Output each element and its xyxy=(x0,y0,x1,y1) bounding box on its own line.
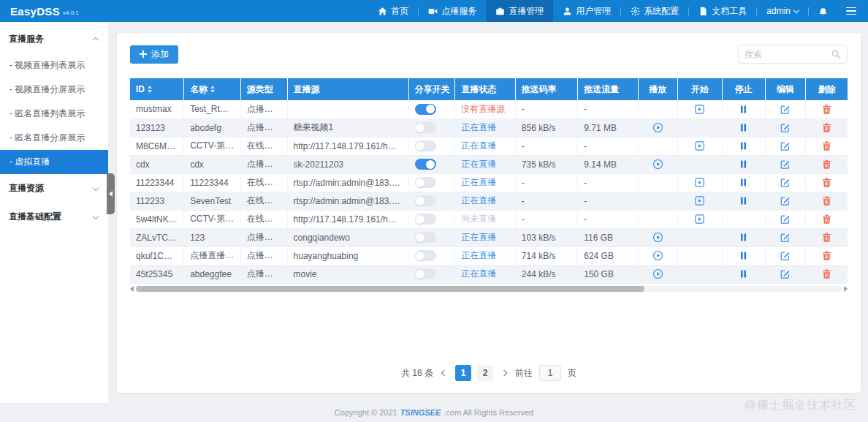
pause-icon[interactable] xyxy=(738,232,749,243)
pause-icon[interactable] xyxy=(738,177,749,188)
sidebar-item[interactable]: - 视频直播分屏展示 xyxy=(0,78,108,102)
trash-icon[interactable] xyxy=(821,177,832,188)
sort-icon[interactable] xyxy=(148,86,152,93)
start-icon[interactable] xyxy=(694,214,705,225)
scroll-left-arrow-icon[interactable] xyxy=(130,286,134,292)
edit-icon[interactable] xyxy=(780,250,791,261)
share-toggle[interactable] xyxy=(415,195,436,206)
pause-icon[interactable] xyxy=(738,268,749,279)
start-icon[interactable] xyxy=(694,177,705,188)
start-icon[interactable] xyxy=(694,140,705,151)
trash-icon[interactable] xyxy=(821,122,832,133)
sidebar-item[interactable]: - 匿名直播分屏展示 xyxy=(0,126,108,150)
column-header[interactable]: 推送流量 xyxy=(578,78,638,100)
scrollbar-track[interactable] xyxy=(136,285,842,293)
edit-icon[interactable] xyxy=(780,104,791,115)
nav-item-vod[interactable]: 点播服务 xyxy=(419,0,486,22)
pagination-next-button[interactable] xyxy=(500,371,509,375)
column-header[interactable]: 开始 xyxy=(677,78,722,100)
trash-icon[interactable] xyxy=(821,104,832,115)
play-icon[interactable] xyxy=(652,268,663,279)
sidebar-item[interactable]: - 视频直播列表展示 xyxy=(0,53,108,78)
pagination-page-1[interactable]: 1 xyxy=(455,365,471,381)
column-header[interactable]: ID xyxy=(130,78,184,100)
play-icon[interactable] xyxy=(652,122,663,133)
share-toggle[interactable] xyxy=(415,104,436,115)
column-header[interactable]: 播放 xyxy=(638,78,677,100)
pause-icon[interactable] xyxy=(738,140,749,151)
edit-icon[interactable] xyxy=(780,214,791,225)
pause-icon[interactable] xyxy=(738,195,749,206)
notifications-button[interactable] xyxy=(809,0,837,22)
column-header[interactable]: 推送码率 xyxy=(515,78,577,100)
status-text[interactable]: 正在直播 xyxy=(461,232,496,242)
column-header[interactable]: 名称 xyxy=(184,78,241,100)
sidebar-item[interactable]: - 匿名直播列表展示 xyxy=(0,102,108,126)
scrollbar-thumb[interactable] xyxy=(136,286,644,292)
sidebar-group-live-resource[interactable]: 直播资源 xyxy=(0,174,108,203)
play-icon[interactable] xyxy=(652,250,663,261)
trash-icon[interactable] xyxy=(821,159,832,170)
start-icon[interactable] xyxy=(694,104,705,115)
status-text[interactable]: 正在直播 xyxy=(461,250,496,260)
share-toggle[interactable] xyxy=(415,232,436,243)
trash-icon[interactable] xyxy=(821,232,832,243)
sort-icon[interactable] xyxy=(210,86,215,93)
status-text[interactable]: 正在直播 xyxy=(461,140,496,151)
sidebar-group-live-service[interactable]: 直播服务 xyxy=(0,25,108,53)
status-text[interactable]: 正在直播 xyxy=(461,195,496,206)
trash-icon[interactable] xyxy=(821,268,832,279)
pagination-goto-input[interactable] xyxy=(539,365,561,381)
pagination-prev-button[interactable] xyxy=(440,371,449,375)
status-text[interactable]: 正在直播 xyxy=(461,268,496,279)
pause-icon[interactable] xyxy=(738,250,749,261)
trash-icon[interactable] xyxy=(821,140,832,151)
status-text[interactable]: 正在直播 xyxy=(461,177,496,187)
column-header[interactable]: 直播状态 xyxy=(455,78,515,100)
trash-icon[interactable] xyxy=(821,195,832,206)
edit-icon[interactable] xyxy=(780,268,791,279)
status-text[interactable]: 正在直播 xyxy=(461,122,496,132)
trash-icon[interactable] xyxy=(821,214,832,225)
sidebar-group-live-config[interactable]: 直播基础配置 xyxy=(0,203,108,231)
column-header[interactable]: 分享开关 xyxy=(408,78,455,100)
add-button[interactable]: 添加 xyxy=(130,45,178,64)
scroll-right-arrow-icon[interactable] xyxy=(844,286,848,292)
column-header[interactable]: 停止 xyxy=(722,78,765,100)
search-icon[interactable] xyxy=(831,49,841,59)
nav-item-docs[interactable]: 文档工具 xyxy=(689,0,756,22)
nav-item-system[interactable]: 系统配置 xyxy=(621,0,688,22)
column-header[interactable]: 删除 xyxy=(806,78,848,100)
edit-icon[interactable] xyxy=(780,159,791,170)
pagination-page-2[interactable]: 2 xyxy=(477,365,493,381)
trash-icon[interactable] xyxy=(821,250,832,261)
share-toggle[interactable] xyxy=(415,268,436,279)
sidebar-collapse-handle[interactable] xyxy=(107,173,115,214)
column-header[interactable]: 编辑 xyxy=(765,78,806,100)
share-toggle[interactable] xyxy=(415,177,436,188)
edit-icon[interactable] xyxy=(780,122,791,133)
nav-item-home[interactable]: 首页 xyxy=(368,0,418,22)
pause-icon[interactable] xyxy=(738,104,749,115)
status-text[interactable]: 正在直播 xyxy=(461,159,496,169)
sidebar-item[interactable]: - 虚拟直播 xyxy=(0,150,108,174)
play-icon[interactable] xyxy=(652,159,663,170)
share-toggle[interactable] xyxy=(415,140,436,151)
pause-icon[interactable] xyxy=(738,159,749,170)
edit-icon[interactable] xyxy=(780,140,791,151)
play-icon[interactable] xyxy=(652,232,663,243)
edit-icon[interactable] xyxy=(780,232,791,243)
horizontal-scrollbar[interactable] xyxy=(130,285,848,293)
start-icon[interactable] xyxy=(694,195,705,206)
search-input[interactable] xyxy=(745,49,831,59)
pause-icon[interactable] xyxy=(738,122,749,133)
nav-item-users[interactable]: 用户管理 xyxy=(553,0,620,22)
nav-item-live[interactable]: 直播管理 xyxy=(486,0,553,22)
user-menu[interactable]: admin xyxy=(757,0,808,22)
share-toggle[interactable] xyxy=(415,214,436,225)
column-header[interactable]: 直播源 xyxy=(287,78,408,100)
menu-toggle-button[interactable] xyxy=(837,0,868,22)
share-toggle[interactable] xyxy=(415,122,436,133)
share-toggle[interactable] xyxy=(415,250,436,261)
edit-icon[interactable] xyxy=(780,177,791,188)
